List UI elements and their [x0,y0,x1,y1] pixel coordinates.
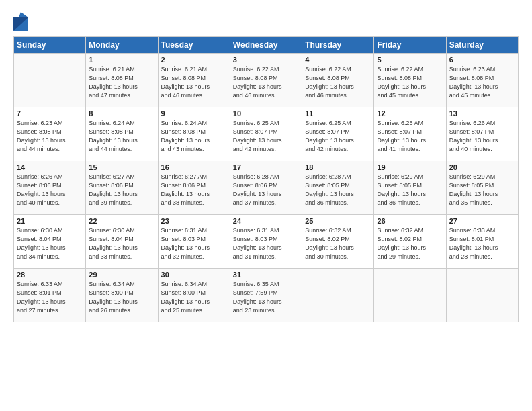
day-info: Sunrise: 6:26 AM Sunset: 8:06 PM Dayligh… [17,173,66,206]
day-cell: 31Sunrise: 6:35 AM Sunset: 7:59 PM Dayli… [230,269,302,322]
day-cell: 19Sunrise: 6:29 AM Sunset: 8:05 PM Dayli… [374,161,446,215]
week-row-1: 1Sunrise: 6:21 AM Sunset: 8:08 PM Daylig… [14,54,519,107]
day-number: 15 [89,163,154,171]
day-number: 27 [449,217,515,225]
day-info: Sunrise: 6:25 AM Sunset: 8:07 PM Dayligh… [377,120,426,152]
day-cell: 25Sunrise: 6:32 AM Sunset: 8:02 PM Dayli… [302,215,374,269]
day-cell: 1Sunrise: 6:21 AM Sunset: 8:08 PM Daylig… [86,54,158,107]
col-header-thursday: Thursday [302,37,374,54]
logo-icon [13,12,28,31]
day-number: 16 [161,163,227,171]
logo [13,12,31,31]
day-info: Sunrise: 6:25 AM Sunset: 8:07 PM Dayligh… [305,120,354,152]
day-cell: 15Sunrise: 6:27 AM Sunset: 8:06 PM Dayli… [86,161,158,215]
day-cell: 21Sunrise: 6:30 AM Sunset: 8:04 PM Dayli… [14,215,86,269]
day-number: 23 [161,217,227,225]
day-info: Sunrise: 6:34 AM Sunset: 8:00 PM Dayligh… [161,281,210,314]
day-cell: 13Sunrise: 6:26 AM Sunset: 8:07 PM Dayli… [446,107,518,161]
day-number: 6 [449,56,515,64]
day-cell: 29Sunrise: 6:34 AM Sunset: 8:00 PM Dayli… [86,269,158,322]
day-number: 19 [377,163,443,171]
day-info: Sunrise: 6:34 AM Sunset: 8:00 PM Dayligh… [89,281,138,314]
day-cell [14,54,86,107]
day-cell: 14Sunrise: 6:26 AM Sunset: 8:06 PM Dayli… [14,161,86,215]
day-info: Sunrise: 6:32 AM Sunset: 8:02 PM Dayligh… [377,227,426,260]
week-row-4: 21Sunrise: 6:30 AM Sunset: 8:04 PM Dayli… [14,215,519,269]
day-cell: 5Sunrise: 6:22 AM Sunset: 8:08 PM Daylig… [374,54,446,107]
day-info: Sunrise: 6:27 AM Sunset: 8:06 PM Dayligh… [89,173,138,206]
day-info: Sunrise: 6:29 AM Sunset: 8:05 PM Dayligh… [449,173,498,206]
day-cell: 28Sunrise: 6:33 AM Sunset: 8:01 PM Dayli… [14,269,86,322]
day-cell: 11Sunrise: 6:25 AM Sunset: 8:07 PM Dayli… [302,107,374,161]
day-number: 21 [17,217,83,225]
day-info: Sunrise: 6:29 AM Sunset: 8:05 PM Dayligh… [377,173,426,206]
day-cell: 27Sunrise: 6:33 AM Sunset: 8:01 PM Dayli… [446,215,518,269]
day-number: 3 [233,56,299,64]
day-info: Sunrise: 6:33 AM Sunset: 8:01 PM Dayligh… [17,281,66,314]
day-info: Sunrise: 6:32 AM Sunset: 8:02 PM Dayligh… [305,227,354,260]
day-number: 9 [161,109,227,118]
day-number: 18 [305,163,371,171]
day-number: 7 [17,109,83,118]
day-info: Sunrise: 6:30 AM Sunset: 8:04 PM Dayligh… [17,227,66,260]
day-info: Sunrise: 6:31 AM Sunset: 8:03 PM Dayligh… [161,227,210,260]
day-cell: 10Sunrise: 6:25 AM Sunset: 8:07 PM Dayli… [230,107,302,161]
day-number: 26 [377,217,443,225]
day-cell: 7Sunrise: 6:23 AM Sunset: 8:08 PM Daylig… [14,107,86,161]
day-number: 2 [161,56,227,64]
day-info: Sunrise: 6:25 AM Sunset: 8:07 PM Dayligh… [233,120,282,152]
day-cell: 16Sunrise: 6:27 AM Sunset: 8:06 PM Dayli… [158,161,230,215]
day-number: 22 [89,217,154,225]
day-info: Sunrise: 6:33 AM Sunset: 8:01 PM Dayligh… [449,227,498,260]
day-number: 20 [449,163,515,171]
week-row-2: 7Sunrise: 6:23 AM Sunset: 8:08 PM Daylig… [14,107,519,161]
day-info: Sunrise: 6:24 AM Sunset: 8:08 PM Dayligh… [89,120,138,152]
day-number: 10 [233,109,299,118]
day-number: 25 [305,217,371,225]
day-cell: 24Sunrise: 6:31 AM Sunset: 8:03 PM Dayli… [230,215,302,269]
day-cell: 8Sunrise: 6:24 AM Sunset: 8:08 PM Daylig… [86,107,158,161]
day-number: 28 [17,271,83,279]
day-number: 24 [233,217,299,225]
week-row-5: 28Sunrise: 6:33 AM Sunset: 8:01 PM Dayli… [14,269,519,322]
header [13,12,519,31]
day-cell: 3Sunrise: 6:22 AM Sunset: 8:08 PM Daylig… [230,54,302,107]
day-info: Sunrise: 6:30 AM Sunset: 8:04 PM Dayligh… [89,227,138,260]
day-cell: 18Sunrise: 6:28 AM Sunset: 8:05 PM Dayli… [302,161,374,215]
day-cell [374,269,446,322]
day-info: Sunrise: 6:23 AM Sunset: 8:08 PM Dayligh… [449,66,498,99]
day-cell: 26Sunrise: 6:32 AM Sunset: 8:02 PM Dayli… [374,215,446,269]
day-number: 12 [377,109,443,118]
day-info: Sunrise: 6:22 AM Sunset: 8:08 PM Dayligh… [377,66,426,99]
day-cell: 6Sunrise: 6:23 AM Sunset: 8:08 PM Daylig… [446,54,518,107]
day-number: 29 [89,271,154,279]
day-cell [302,269,374,322]
col-header-saturday: Saturday [446,37,518,54]
day-cell: 17Sunrise: 6:28 AM Sunset: 8:06 PM Dayli… [230,161,302,215]
day-cell: 20Sunrise: 6:29 AM Sunset: 8:05 PM Dayli… [446,161,518,215]
day-info: Sunrise: 6:31 AM Sunset: 8:03 PM Dayligh… [233,227,282,260]
day-cell: 23Sunrise: 6:31 AM Sunset: 8:03 PM Dayli… [158,215,230,269]
day-cell [446,269,518,322]
day-cell: 30Sunrise: 6:34 AM Sunset: 8:00 PM Dayli… [158,269,230,322]
day-info: Sunrise: 6:26 AM Sunset: 8:07 PM Dayligh… [449,120,498,152]
week-row-3: 14Sunrise: 6:26 AM Sunset: 8:06 PM Dayli… [14,161,519,215]
col-header-monday: Monday [86,37,158,54]
header-row: SundayMondayTuesdayWednesdayThursdayFrid… [14,37,519,54]
day-cell: 9Sunrise: 6:24 AM Sunset: 8:08 PM Daylig… [158,107,230,161]
day-number: 31 [233,271,299,279]
day-number: 13 [449,109,515,118]
calendar-table: SundayMondayTuesdayWednesdayThursdayFrid… [13,36,519,322]
day-info: Sunrise: 6:21 AM Sunset: 8:08 PM Dayligh… [89,66,138,99]
day-cell: 4Sunrise: 6:22 AM Sunset: 8:08 PM Daylig… [302,54,374,107]
col-header-tuesday: Tuesday [158,37,230,54]
day-info: Sunrise: 6:28 AM Sunset: 8:05 PM Dayligh… [305,173,354,206]
day-number: 1 [89,56,154,64]
col-header-wednesday: Wednesday [230,37,302,54]
day-number: 14 [17,163,83,171]
day-number: 11 [305,109,371,118]
day-cell: 2Sunrise: 6:21 AM Sunset: 8:08 PM Daylig… [158,54,230,107]
day-cell: 22Sunrise: 6:30 AM Sunset: 8:04 PM Dayli… [86,215,158,269]
day-info: Sunrise: 6:35 AM Sunset: 7:59 PM Dayligh… [233,281,282,314]
day-number: 8 [89,109,154,118]
